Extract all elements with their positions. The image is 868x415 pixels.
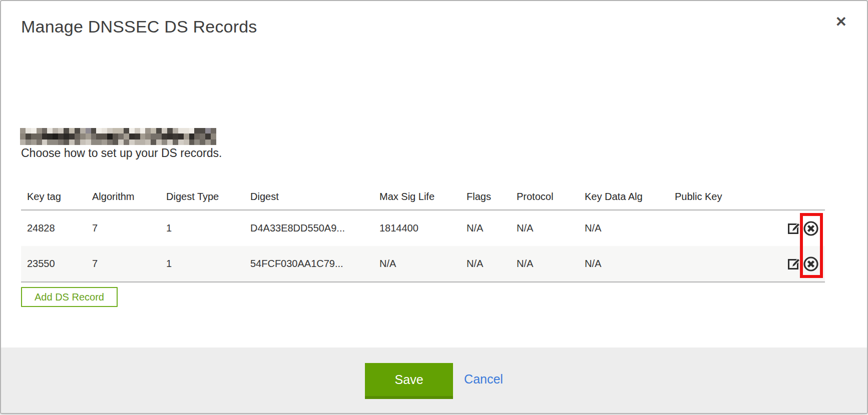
column-header: Key tag (21, 191, 86, 210)
instruction-text: Choose how to set up your DS records. (21, 146, 222, 160)
cell-algorithm: 7 (86, 222, 160, 234)
edit-record-icon[interactable] (787, 257, 801, 270)
column-header: Digest (244, 191, 373, 210)
table-row: 23550 7 1 54FCF030AA1C79... N/A N/A N/A … (21, 246, 825, 282)
cell-protocol: N/A (511, 258, 579, 270)
column-header: Protocol (511, 191, 579, 210)
cell-max-sig-life: N/A (373, 258, 461, 270)
row-actions (729, 256, 825, 272)
cell-flags: N/A (461, 222, 511, 234)
cell-digest-type: 1 (160, 258, 244, 270)
delete-record-icon[interactable] (803, 256, 819, 272)
add-ds-record-button[interactable]: Add DS Record (21, 287, 118, 307)
column-header: Max Sig Life (373, 191, 461, 210)
cell-max-sig-life: 1814400 (373, 222, 461, 234)
column-header: Key Data Alg (579, 191, 669, 210)
cell-digest: D4A33E8DD550A9... (244, 222, 373, 234)
table-header-row: Key tagAlgorithmDigest TypeDigestMax Sig… (21, 170, 825, 210)
column-header: Public Key (669, 191, 729, 210)
row-actions (729, 220, 825, 236)
cell-algorithm: 7 (86, 258, 160, 270)
ds-records-table: Key tagAlgorithmDigest TypeDigestMax Sig… (21, 170, 825, 282)
table-body: 24828 7 1 D4A33E8DD550A9... 1814400 N/A … (21, 210, 825, 282)
cell-key-tag: 24828 (21, 222, 86, 234)
redacted-domain-name (20, 128, 216, 145)
cell-key-data-alg: N/A (579, 258, 669, 270)
cell-digest: 54FCF030AA1C79... (244, 258, 373, 270)
edit-record-icon[interactable] (787, 222, 801, 235)
table-row: 24828 7 1 D4A33E8DD550A9... 1814400 N/A … (21, 210, 825, 246)
page-title: Manage DNSSEC DS Records (21, 17, 257, 36)
delete-record-icon[interactable] (803, 220, 819, 236)
column-header: Algorithm (86, 191, 160, 210)
cell-protocol: N/A (511, 222, 579, 234)
manage-dnssec-modal: Manage DNSSEC DS Records ✕ Choose how to… (0, 0, 868, 414)
column-header: Digest Type (160, 191, 244, 210)
close-icon[interactable]: ✕ (833, 13, 849, 31)
cell-digest-type: 1 (160, 222, 244, 234)
modal-footer: Save Cancel (1, 348, 867, 413)
cancel-button[interactable]: Cancel (464, 372, 503, 386)
save-button[interactable]: Save (365, 363, 453, 399)
cell-flags: N/A (461, 258, 511, 270)
cell-key-tag: 23550 (21, 258, 86, 270)
column-header: Flags (461, 191, 511, 210)
cell-key-data-alg: N/A (579, 222, 669, 234)
